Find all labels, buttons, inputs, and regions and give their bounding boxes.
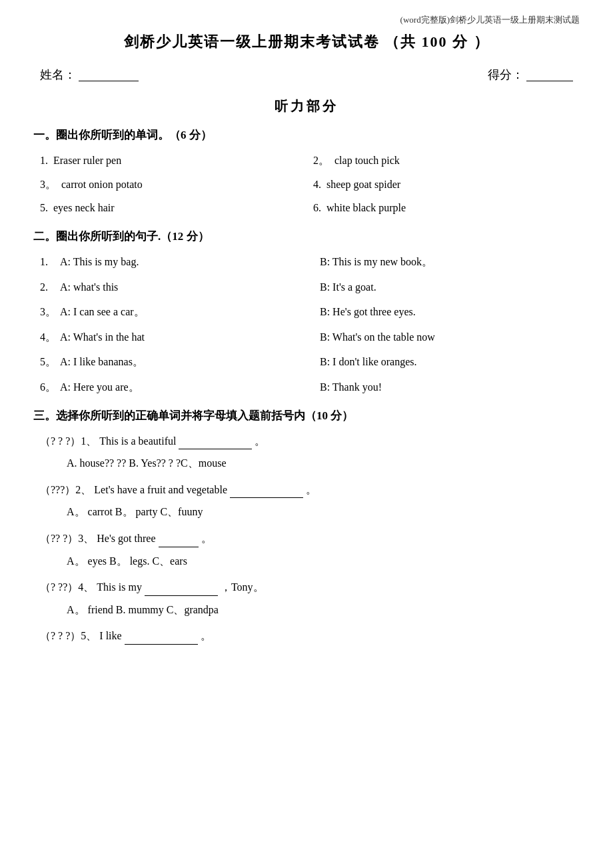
section1-row3: 5. eyes neck hair 6. white black purple — [33, 199, 580, 217]
score-field — [526, 68, 573, 81]
section3-item5: （? ? ?）5、 I like 。 — [40, 627, 573, 645]
section1-content: 1. Eraser ruler pen 2。 clap touch pick 3… — [33, 152, 580, 217]
section1-row2: 3。 carrot onion potato 4. sheep goat spi… — [33, 176, 580, 193]
section1-heading: 一。圈出你所听到的单词。（6 分） — [33, 126, 580, 144]
section3-content: （? ? ?）1、 This is a beautiful 。 A. house… — [33, 433, 580, 645]
main-title: 剑桥少儿英语一级上册期末考试试卷 （共 100 分 ） — [33, 30, 580, 53]
section2-heading: 二。圈出你所听到的句子.（12 分） — [33, 227, 580, 245]
section1-item3-left: 5. eyes neck hair — [40, 199, 300, 217]
blank3 — [159, 535, 199, 547]
section3-item2-options: A。 carrot B。 party C、fuuny — [67, 503, 573, 521]
blank2 — [230, 486, 303, 498]
section1-row1: 1. Eraser ruler pen 2。 clap touch pick — [33, 152, 580, 169]
listening-title: 听力部分 — [33, 95, 580, 117]
name-score-row: 姓名： 得分： — [33, 65, 580, 85]
section3-item1: （? ? ?）1、 This is a beautiful 。 — [40, 433, 573, 450]
name-field — [79, 68, 139, 81]
score-label: 得分： — [488, 65, 524, 85]
section3-item2: （???）2、 Let's have a fruit and vegetable… — [40, 481, 573, 499]
section3-item4-options: A。 friend B. mummy C、grandpa — [67, 601, 573, 619]
section2-item6: 6。 A: Here you are。 B: Thank you! — [33, 379, 580, 396]
section1-item2-right: 4. sheep goat spider — [300, 176, 573, 193]
section3-item1-options: A. house?? ?? B. Yes?? ? ?C、mouse — [67, 455, 573, 472]
section2-item5: 5。 A: I like bananas。 B: I don't like or… — [33, 353, 580, 371]
top-right-note: (word完整版)剑桥少儿英语一级上册期末测试题 — [33, 13, 580, 27]
section1-item1-right: 2。 clap touch pick — [300, 152, 573, 169]
section2-item4: 4。 A: What's in the hat B: What's on the… — [33, 329, 580, 346]
section3-item3: （?? ?）3、 He's got three 。 — [40, 530, 573, 547]
section2-item2: 2. A: what's this B: It's a goat. — [33, 279, 580, 296]
section2-item3: 3。 A: I can see a car。 B: He's got three… — [33, 303, 580, 321]
section1-item2-left: 3。 carrot onion potato — [40, 176, 300, 193]
section3-item4: （? ??）4、 This is my ，Tony。 — [40, 579, 573, 596]
section3-item3-options: A。 eyes B。 legs. C、ears — [67, 553, 573, 570]
section2-item1: 1. A: This is my bag. B: This is my new … — [33, 253, 580, 271]
blank1 — [179, 437, 252, 449]
section3-heading: 三。选择你所听到的正确单词并将字母填入题前括号内（10 分） — [33, 407, 580, 425]
blank4 — [145, 584, 218, 596]
section2-content: 1. A: This is my bag. B: This is my new … — [33, 253, 580, 396]
section1-item1-left: 1. Eraser ruler pen — [40, 152, 300, 169]
section1-item3-right: 6. white black purple — [300, 199, 573, 217]
blank5 — [125, 633, 198, 645]
name-label: 姓名： — [40, 65, 76, 85]
